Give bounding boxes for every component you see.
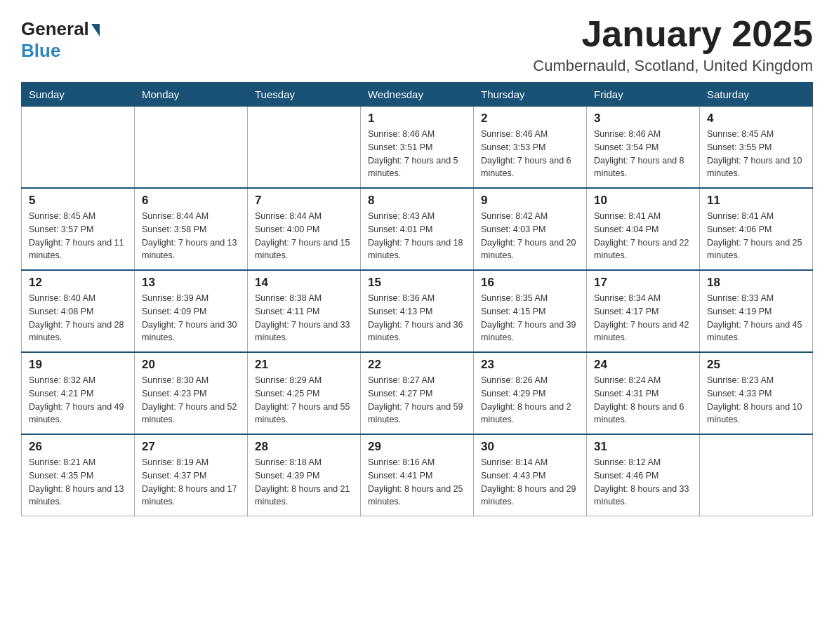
day-info: Sunrise: 8:36 AM Sunset: 4:13 PM Dayligh…: [368, 292, 466, 344]
day-number: 13: [142, 276, 240, 290]
day-number: 7: [255, 194, 353, 208]
logo: General Blue: [21, 14, 100, 62]
calendar-cell: 7Sunrise: 8:44 AM Sunset: 4:00 PM Daylig…: [248, 188, 361, 270]
day-number: 27: [142, 440, 240, 454]
calendar-cell: 17Sunrise: 8:34 AM Sunset: 4:17 PM Dayli…: [587, 270, 700, 352]
day-number: 29: [368, 440, 466, 454]
day-number: 8: [368, 194, 466, 208]
day-number: 1: [368, 112, 466, 126]
calendar-cell: 14Sunrise: 8:38 AM Sunset: 4:11 PM Dayli…: [248, 270, 361, 352]
day-info: Sunrise: 8:21 AM Sunset: 4:35 PM Dayligh…: [29, 456, 127, 509]
calendar-cell: 11Sunrise: 8:41 AM Sunset: 4:06 PM Dayli…: [700, 188, 813, 270]
calendar-cell: 20Sunrise: 8:30 AM Sunset: 4:23 PM Dayli…: [135, 352, 248, 434]
day-info: Sunrise: 8:29 AM Sunset: 4:25 PM Dayligh…: [255, 374, 353, 427]
day-number: 28: [255, 440, 353, 454]
calendar-cell: 8Sunrise: 8:43 AM Sunset: 4:01 PM Daylig…: [361, 188, 474, 270]
calendar-cell: 28Sunrise: 8:18 AM Sunset: 4:39 PM Dayli…: [248, 434, 361, 516]
day-info: Sunrise: 8:32 AM Sunset: 4:21 PM Dayligh…: [29, 374, 127, 427]
day-number: 11: [707, 194, 805, 208]
calendar-cell: 3Sunrise: 8:46 AM Sunset: 3:54 PM Daylig…: [587, 107, 700, 189]
day-number: 16: [481, 276, 579, 290]
calendar-cell: 10Sunrise: 8:41 AM Sunset: 4:04 PM Dayli…: [587, 188, 700, 270]
day-info: Sunrise: 8:27 AM Sunset: 4:27 PM Dayligh…: [368, 374, 466, 427]
weekday-header-tuesday: Tuesday: [248, 83, 361, 107]
day-info: Sunrise: 8:23 AM Sunset: 4:33 PM Dayligh…: [707, 374, 805, 427]
calendar-cell: 13Sunrise: 8:39 AM Sunset: 4:09 PM Dayli…: [135, 270, 248, 352]
day-info: Sunrise: 8:35 AM Sunset: 4:15 PM Dayligh…: [481, 292, 579, 344]
calendar-cell: 9Sunrise: 8:42 AM Sunset: 4:03 PM Daylig…: [474, 188, 587, 270]
day-info: Sunrise: 8:39 AM Sunset: 4:09 PM Dayligh…: [142, 292, 240, 344]
day-number: 20: [142, 358, 240, 372]
day-number: 26: [29, 440, 127, 454]
day-info: Sunrise: 8:24 AM Sunset: 4:31 PM Dayligh…: [594, 374, 692, 427]
weekday-header-row: SundayMondayTuesdayWednesdayThursdayFrid…: [22, 83, 813, 107]
day-info: Sunrise: 8:26 AM Sunset: 4:29 PM Dayligh…: [481, 374, 579, 427]
day-info: Sunrise: 8:16 AM Sunset: 4:41 PM Dayligh…: [368, 456, 466, 509]
day-info: Sunrise: 8:44 AM Sunset: 3:58 PM Dayligh…: [142, 210, 240, 262]
day-number: 9: [481, 194, 579, 208]
calendar-week-row: 1Sunrise: 8:46 AM Sunset: 3:51 PM Daylig…: [22, 107, 813, 189]
calendar-cell: 1Sunrise: 8:46 AM Sunset: 3:51 PM Daylig…: [361, 107, 474, 189]
day-info: Sunrise: 8:46 AM Sunset: 3:54 PM Dayligh…: [594, 128, 692, 180]
day-number: 25: [707, 358, 805, 372]
day-number: 23: [481, 358, 579, 372]
day-number: 30: [481, 440, 579, 454]
day-number: 18: [707, 276, 805, 290]
day-number: 21: [255, 358, 353, 372]
day-info: Sunrise: 8:12 AM Sunset: 4:46 PM Dayligh…: [594, 456, 692, 509]
calendar-cell: 12Sunrise: 8:40 AM Sunset: 4:08 PM Dayli…: [22, 270, 135, 352]
calendar-week-row: 19Sunrise: 8:32 AM Sunset: 4:21 PM Dayli…: [22, 352, 813, 434]
calendar-week-row: 12Sunrise: 8:40 AM Sunset: 4:08 PM Dayli…: [22, 270, 813, 352]
logo-general-text: General: [21, 18, 89, 40]
day-info: Sunrise: 8:33 AM Sunset: 4:19 PM Dayligh…: [707, 292, 805, 344]
calendar-cell: 26Sunrise: 8:21 AM Sunset: 4:35 PM Dayli…: [22, 434, 135, 516]
day-info: Sunrise: 8:41 AM Sunset: 4:04 PM Dayligh…: [594, 210, 692, 262]
calendar-cell: 21Sunrise: 8:29 AM Sunset: 4:25 PM Dayli…: [248, 352, 361, 434]
day-info: Sunrise: 8:45 AM Sunset: 3:55 PM Dayligh…: [707, 128, 805, 180]
calendar-cell: 29Sunrise: 8:16 AM Sunset: 4:41 PM Dayli…: [361, 434, 474, 516]
day-number: 22: [368, 358, 466, 372]
weekday-header-monday: Monday: [135, 83, 248, 107]
calendar-cell: [22, 107, 135, 189]
calendar-week-row: 26Sunrise: 8:21 AM Sunset: 4:35 PM Dayli…: [22, 434, 813, 516]
calendar-cell: 15Sunrise: 8:36 AM Sunset: 4:13 PM Dayli…: [361, 270, 474, 352]
calendar-cell: 25Sunrise: 8:23 AM Sunset: 4:33 PM Dayli…: [700, 352, 813, 434]
calendar-cell: 27Sunrise: 8:19 AM Sunset: 4:37 PM Dayli…: [135, 434, 248, 516]
day-number: 31: [594, 440, 692, 454]
location-title: Cumbernauld, Scotland, United Kingdom: [533, 57, 813, 75]
day-number: 17: [594, 276, 692, 290]
day-info: Sunrise: 8:46 AM Sunset: 3:51 PM Dayligh…: [368, 128, 466, 180]
day-number: 6: [142, 194, 240, 208]
logo-general: General: [21, 18, 100, 40]
day-info: Sunrise: 8:19 AM Sunset: 4:37 PM Dayligh…: [142, 456, 240, 509]
calendar-cell: 18Sunrise: 8:33 AM Sunset: 4:19 PM Dayli…: [700, 270, 813, 352]
calendar-cell: 19Sunrise: 8:32 AM Sunset: 4:21 PM Dayli…: [22, 352, 135, 434]
calendar-week-row: 5Sunrise: 8:45 AM Sunset: 3:57 PM Daylig…: [22, 188, 813, 270]
day-info: Sunrise: 8:18 AM Sunset: 4:39 PM Dayligh…: [255, 456, 353, 509]
weekday-header-friday: Friday: [587, 83, 700, 107]
page-header: General Blue January 2025 Cumbernauld, S…: [21, 14, 813, 75]
day-info: Sunrise: 8:38 AM Sunset: 4:11 PM Dayligh…: [255, 292, 353, 344]
weekday-header-thursday: Thursday: [474, 83, 587, 107]
day-number: 24: [594, 358, 692, 372]
calendar-cell: [248, 107, 361, 189]
title-block: January 2025 Cumbernauld, Scotland, Unit…: [533, 14, 813, 75]
calendar-cell: 2Sunrise: 8:46 AM Sunset: 3:53 PM Daylig…: [474, 107, 587, 189]
calendar-cell: [700, 434, 813, 516]
day-number: 19: [29, 358, 127, 372]
day-number: 4: [707, 112, 805, 126]
day-number: 14: [255, 276, 353, 290]
day-info: Sunrise: 8:44 AM Sunset: 4:00 PM Dayligh…: [255, 210, 353, 262]
calendar-cell: 24Sunrise: 8:24 AM Sunset: 4:31 PM Dayli…: [587, 352, 700, 434]
weekday-header-sunday: Sunday: [22, 83, 135, 107]
logo-blue: Blue: [21, 40, 60, 62]
calendar-cell: 4Sunrise: 8:45 AM Sunset: 3:55 PM Daylig…: [700, 107, 813, 189]
day-info: Sunrise: 8:41 AM Sunset: 4:06 PM Dayligh…: [707, 210, 805, 262]
logo-triangle-icon: [91, 24, 100, 36]
day-info: Sunrise: 8:14 AM Sunset: 4:43 PM Dayligh…: [481, 456, 579, 509]
day-number: 10: [594, 194, 692, 208]
calendar-cell: 22Sunrise: 8:27 AM Sunset: 4:27 PM Dayli…: [361, 352, 474, 434]
calendar-cell: [135, 107, 248, 189]
month-title: January 2025: [533, 14, 813, 54]
weekday-header-saturday: Saturday: [700, 83, 813, 107]
